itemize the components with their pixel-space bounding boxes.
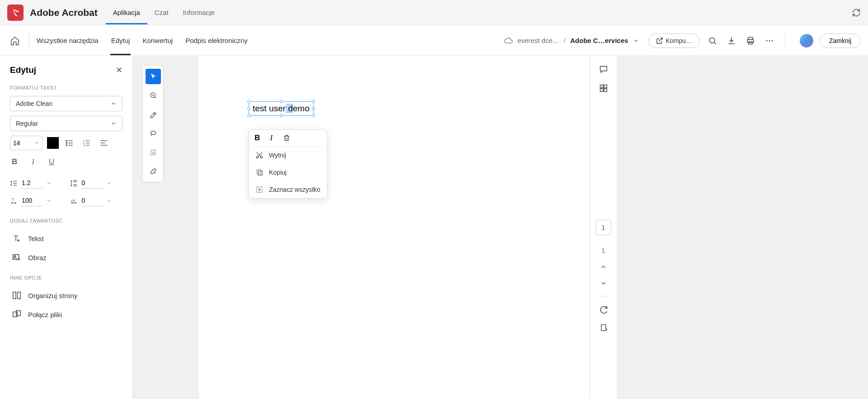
comment-tool-icon[interactable] <box>146 88 161 103</box>
font-size-input[interactable]: 14 <box>10 136 42 150</box>
editable-text-box[interactable]: test user demo <box>249 101 314 116</box>
svg-rect-17 <box>13 292 16 299</box>
add-image-button[interactable]: Obraz <box>10 248 123 267</box>
svg-rect-18 <box>18 292 20 299</box>
numbered-list-icon[interactable]: 123 <box>80 137 93 149</box>
horizontal-scale-input[interactable]: T <box>10 195 63 206</box>
text-icon <box>12 233 22 243</box>
text-select-tool-icon[interactable]: A <box>146 145 161 160</box>
tab-wszystkie-narzedzia[interactable]: Wszystkie narzędzia <box>36 26 99 55</box>
lasso-tool-icon[interactable] <box>146 126 161 141</box>
organize-pages-button[interactable]: Organizuj strony <box>10 286 123 305</box>
align-icon[interactable] <box>98 137 110 149</box>
edit-sidebar: Edytuj ✕ FORMATUJ TEKST Adobe Clean Regu… <box>0 56 133 399</box>
chevron-down-icon[interactable] <box>106 198 112 204</box>
text-color-swatch[interactable] <box>47 137 59 149</box>
line-height-input[interactable] <box>10 177 63 189</box>
resize-handle[interactable] <box>279 114 283 117</box>
close-button[interactable]: Zamknij <box>820 33 861 48</box>
font-weight-dropdown[interactable]: Regular <box>10 116 123 131</box>
svg-point-22 <box>151 131 156 135</box>
svg-text:T: T <box>12 197 14 202</box>
cloud-icon <box>504 36 513 45</box>
breadcrumb-file[interactable]: everest dce… <box>518 37 560 44</box>
refresh-icon[interactable] <box>852 8 861 17</box>
horizontal-scale-icon: T <box>10 197 18 205</box>
page-down-icon[interactable] <box>600 280 607 287</box>
space-after-input[interactable] <box>70 177 123 189</box>
font-family-dropdown[interactable]: Adobe Clean <box>10 96 123 111</box>
resize-handle[interactable] <box>312 114 315 117</box>
paragraph-spacing-icon <box>70 179 78 187</box>
menu-cut[interactable]: Wytnij <box>249 147 327 164</box>
chevron-down-icon[interactable] <box>106 180 112 186</box>
bullet-list-icon[interactable] <box>63 137 76 149</box>
more-icon[interactable] <box>765 36 774 45</box>
svg-point-8 <box>66 142 67 144</box>
svg-rect-31 <box>604 85 606 88</box>
bold-button[interactable]: B <box>255 133 260 142</box>
svg-rect-28 <box>258 171 262 175</box>
avatar[interactable] <box>800 34 813 48</box>
tab-konwertuj[interactable]: Konwertuj <box>142 26 174 55</box>
draw-tool-icon[interactable] <box>146 164 161 179</box>
bold-button[interactable]: B <box>10 156 19 168</box>
char-spacing-input[interactable]: VA <box>70 195 123 206</box>
image-icon <box>12 252 22 262</box>
resize-handle[interactable] <box>312 100 315 103</box>
document-page[interactable]: test user demo B I Wytnij <box>199 56 590 399</box>
underline-button[interactable]: U <box>47 156 56 168</box>
highlight-tool-icon[interactable] <box>146 107 161 122</box>
tool-palette: A <box>143 66 163 182</box>
svg-rect-27 <box>257 170 261 174</box>
svg-point-0 <box>709 38 715 43</box>
comments-panel-icon[interactable] <box>599 64 609 74</box>
resize-handle[interactable] <box>247 100 250 103</box>
search-icon[interactable] <box>708 36 717 45</box>
rotate-icon[interactable] <box>599 305 608 314</box>
tab-czat[interactable]: Czat <box>147 0 176 24</box>
close-sidebar-icon[interactable]: ✕ <box>116 65 123 75</box>
tab-informacje[interactable]: Informacje <box>176 0 222 24</box>
chevron-down-icon[interactable] <box>46 198 52 204</box>
add-text-button[interactable]: Tekst <box>10 229 123 248</box>
chevron-down-icon[interactable] <box>46 180 52 186</box>
context-menu: B I Wytnij Kopiuj Zaznacz wszystko <box>249 129 327 199</box>
combine-icon <box>12 309 22 319</box>
page-up-icon[interactable] <box>600 263 607 271</box>
delete-icon[interactable] <box>283 134 291 142</box>
home-icon[interactable] <box>7 33 23 48</box>
resize-handle[interactable] <box>247 107 250 110</box>
resize-handle[interactable] <box>312 107 315 110</box>
sidebar-title: Edytuj <box>10 65 36 75</box>
combine-files-button[interactable]: Połącz pliki <box>10 305 123 324</box>
canvas-area: A test user demo B I <box>133 56 868 399</box>
tab-podpis[interactable]: Podpis elektroniczny <box>184 26 249 55</box>
computer-button[interactable]: Kompu… <box>648 33 700 48</box>
organize-icon <box>12 290 22 300</box>
menu-copy[interactable]: Kopiuj <box>249 164 327 181</box>
current-page-indicator[interactable]: 1 <box>596 220 611 235</box>
chevron-down-icon <box>110 100 117 107</box>
svg-text:VA: VA <box>71 198 75 202</box>
resize-handle[interactable] <box>279 100 283 103</box>
thumbnails-panel-icon[interactable] <box>599 83 609 93</box>
italic-button[interactable]: I <box>30 156 36 168</box>
resize-handle[interactable] <box>247 114 250 117</box>
print-icon[interactable] <box>746 36 755 45</box>
fit-page-icon[interactable] <box>599 323 608 332</box>
breadcrumb-location[interactable]: Adobe C…ervices <box>570 37 628 44</box>
menu-select-all[interactable]: Zaznacz wszystko <box>249 181 327 198</box>
svg-point-9 <box>66 145 67 146</box>
tab-edytuj[interactable]: Edytuj <box>110 26 131 55</box>
tool-tabs: Wszystkie narzędzia Edytuj Konwertuj Pod… <box>36 26 249 55</box>
svg-text:3: 3 <box>83 144 85 147</box>
italic-button[interactable]: I <box>270 133 273 142</box>
svg-point-4 <box>766 40 768 41</box>
tab-aplikacja[interactable]: Aplikacja <box>106 0 147 24</box>
select-all-icon <box>255 185 264 194</box>
select-tool-icon[interactable] <box>146 69 161 84</box>
chevron-down-icon[interactable] <box>633 38 639 44</box>
download-icon[interactable] <box>727 36 736 45</box>
total-pages: 1 <box>602 247 605 254</box>
